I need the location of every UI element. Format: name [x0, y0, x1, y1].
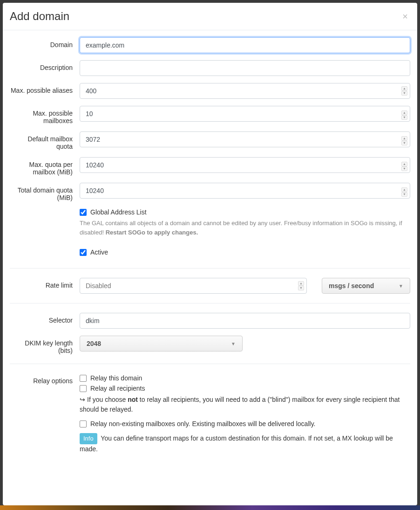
caret-down-icon: ▼	[231, 341, 236, 346]
gal-help-text: The GAL contains all objects of a domain…	[80, 219, 410, 237]
description-label: Description	[10, 60, 80, 76]
spinner-down-icon[interactable]: ▼	[401, 166, 407, 171]
separator	[10, 268, 410, 269]
separator	[10, 303, 410, 303]
spinner-down-icon[interactable]: ▼	[298, 286, 304, 290]
relay-all-checkbox[interactable]	[80, 385, 87, 392]
dkim-length-select[interactable]: 2048 ▼	[80, 336, 243, 351]
dkim-length-label: DKIM key length (bits)	[10, 336, 80, 354]
relay-label: Relay options	[10, 373, 80, 454]
max-quota-label: Max. quota per mailbox (MiB)	[10, 157, 80, 176]
rate-limit-input[interactable]	[80, 278, 307, 294]
spinner-up-icon[interactable]: ▲	[401, 162, 407, 166]
total-quota-input[interactable]	[80, 183, 410, 199]
relay-nonexist-label: Relay non-existing mailboxes only. Exist…	[90, 420, 315, 427]
relay-domain-label: Relay this domain	[90, 374, 142, 382]
max-quota-input[interactable]	[80, 157, 410, 173]
spinner-up-icon[interactable]: ▲	[401, 110, 407, 115]
rate-unit-value: msgs / second	[329, 282, 374, 289]
spinner-up-icon[interactable]: ▲	[401, 136, 407, 141]
spinner-down-icon[interactable]: ▼	[401, 141, 407, 145]
max-mailboxes-input[interactable]	[80, 106, 410, 122]
dkim-length-value: 2048	[87, 340, 101, 347]
footer-gradient	[0, 505, 420, 510]
modal-header: Add domain ×	[3, 3, 417, 30]
spinner-up-icon[interactable]: ▲	[401, 187, 407, 192]
spinner-down-icon[interactable]: ▼	[401, 115, 407, 120]
relay-nonexist-checkbox[interactable]	[80, 420, 87, 427]
spinner-up-icon[interactable]: ▲	[298, 281, 304, 286]
relay-info-note: Info You can define transport maps for a…	[80, 433, 410, 454]
domain-input[interactable]	[80, 37, 410, 53]
rate-limit-label: Rate limit	[10, 278, 80, 294]
separator	[10, 364, 410, 364]
relay-domain-checkbox[interactable]	[80, 375, 87, 382]
selector-label: Selector	[10, 313, 80, 329]
max-mailboxes-label: Max. possible mailboxes	[10, 106, 80, 124]
modal-title: Add domain	[10, 10, 69, 23]
add-domain-modal: Add domain × Domain Description Max. pos…	[3, 3, 417, 505]
total-quota-label: Total domain quota (MiB)	[10, 183, 80, 201]
relay-all-label: Relay all recipients	[90, 385, 145, 392]
arrow-right-icon: ↪	[80, 395, 85, 405]
relay-note: ↪If you choose not to relay all recipien…	[80, 395, 410, 414]
modal-body: Domain Description Max. possible aliases…	[3, 30, 417, 468]
description-input[interactable]	[80, 60, 410, 76]
selector-input[interactable]	[80, 313, 410, 329]
max-aliases-label: Max. possible aliases	[10, 83, 80, 99]
max-aliases-input[interactable]	[80, 83, 410, 99]
rate-unit-select[interactable]: msgs / second ▼	[322, 278, 410, 294]
default-quota-label: Default mailbox quota	[10, 131, 80, 150]
gal-checkbox-label: Global Address List	[90, 208, 147, 216]
close-button[interactable]: ×	[400, 12, 410, 21]
info-badge: Info	[80, 433, 97, 444]
active-checkbox[interactable]	[80, 249, 87, 256]
spinner-down-icon[interactable]: ▼	[401, 91, 407, 96]
gal-checkbox[interactable]	[80, 209, 87, 216]
domain-label: Domain	[10, 37, 80, 53]
spinner-down-icon[interactable]: ▼	[401, 192, 407, 197]
spinner-up-icon[interactable]: ▲	[401, 86, 407, 91]
active-checkbox-label: Active	[90, 248, 108, 256]
default-quota-input[interactable]	[80, 131, 410, 147]
caret-down-icon: ▼	[399, 283, 403, 289]
